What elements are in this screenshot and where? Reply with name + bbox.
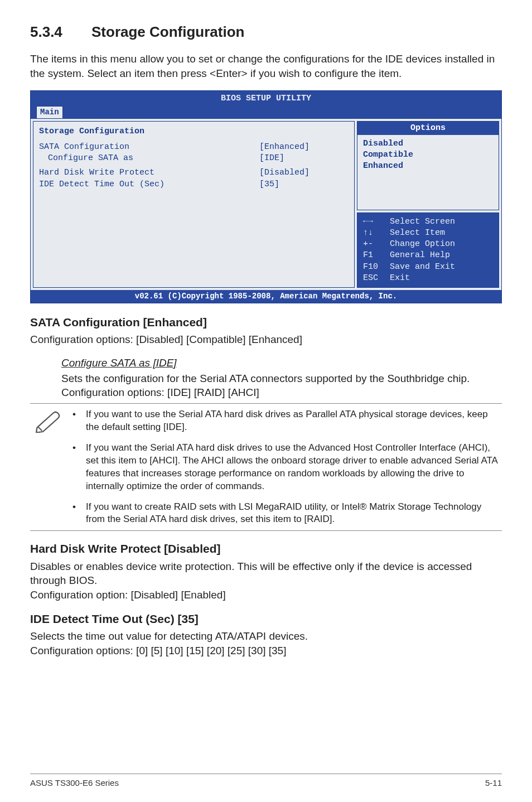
bios-screenshot: BIOS SETUP UTILITY Main Storage Configur… bbox=[30, 90, 502, 303]
intro-paragraph: The items in this menu allow you to set … bbox=[30, 52, 502, 80]
configure-sata-heading: Configure SATA as [IDE] bbox=[61, 356, 502, 370]
nav-sym: ←→ bbox=[363, 216, 390, 228]
bullet-icon: • bbox=[70, 408, 86, 434]
bullet-icon: • bbox=[70, 442, 86, 493]
bios-row[interactable]: Configure SATA as [IDE] bbox=[39, 153, 349, 164]
nav-text: Change Option bbox=[390, 239, 455, 250]
hdwp-body2: Configuration option: [Disabled] [Enable… bbox=[30, 588, 502, 602]
bios-option[interactable]: Enhanced bbox=[363, 161, 493, 172]
bios-options-box: Options Disabled Compatible Enhanced bbox=[357, 121, 499, 210]
bios-row-value: [35] bbox=[259, 179, 349, 190]
bios-row-value: [IDE] bbox=[259, 153, 349, 164]
nav-sym: ESC bbox=[363, 273, 390, 284]
note-box: • If you want to use the Serial ATA hard… bbox=[30, 403, 502, 532]
bios-row-label: SATA Configuration bbox=[39, 142, 259, 153]
nav-text: Save and Exit bbox=[390, 262, 455, 273]
bios-option[interactable]: Disabled bbox=[363, 138, 493, 149]
bios-nav-box: ←→Select Screen ↑↓Select Item +-Change O… bbox=[357, 212, 499, 288]
bios-row-label: IDE Detect Time Out (Sec) bbox=[39, 179, 259, 190]
note-text: If you want to create RAID sets with LSI… bbox=[86, 501, 502, 526]
bios-nav-row: F1General Help bbox=[363, 250, 493, 261]
pencil-note-icon bbox=[35, 410, 61, 433]
bios-tab-main[interactable]: Main bbox=[36, 106, 63, 119]
page-footer: ASUS TS300-E6 Series 5-11 bbox=[30, 774, 502, 789]
configure-sata-body: Sets the configuration for the Serial AT… bbox=[61, 371, 502, 400]
bios-nav-row: ↑↓Select Item bbox=[363, 228, 493, 239]
bios-row[interactable]: SATA Configuration [Enhanced] bbox=[39, 142, 349, 153]
section-title: Storage Configuration bbox=[91, 23, 244, 40]
bios-tab-row: Main bbox=[31, 106, 501, 118]
bios-row-label: Configure SATA as bbox=[39, 153, 259, 164]
bios-footer: v02.61 (C)Copyright 1985-2008, American … bbox=[31, 290, 501, 303]
ide-timeout-heading: IDE Detect Time Out (Sec) [35] bbox=[30, 611, 502, 627]
bullet-icon: • bbox=[70, 501, 86, 526]
bios-nav-row: +-Change Option bbox=[363, 239, 493, 250]
list-item: • If you want to use the Serial ATA hard… bbox=[70, 408, 502, 434]
bios-nav-row: ←→Select Screen bbox=[363, 216, 493, 228]
footer-left: ASUS TS300-E6 Series bbox=[30, 777, 119, 789]
note-list: • If you want to use the Serial ATA hard… bbox=[70, 408, 502, 526]
sata-config-heading: SATA Configuration [Enhanced] bbox=[30, 315, 502, 330]
footer-page-number: 5-11 bbox=[485, 777, 502, 789]
bios-row-label: Hard Disk Write Protect bbox=[39, 167, 259, 178]
nav-sym: F10 bbox=[363, 262, 390, 273]
nav-text: General Help bbox=[390, 250, 450, 261]
ide-timeout-body2: Configuration options: [0] [5] [10] [15]… bbox=[30, 644, 502, 658]
note-icon bbox=[30, 408, 70, 526]
bios-row-value: [Disabled] bbox=[259, 167, 349, 178]
note-text: If you want the Serial ATA hard disk dri… bbox=[86, 442, 502, 493]
nav-text: Exit bbox=[390, 273, 410, 284]
nav-sym: F1 bbox=[363, 250, 390, 261]
nav-text: Select Item bbox=[390, 228, 445, 239]
sata-config-body: Configuration options: [Disabled] [Compa… bbox=[30, 332, 502, 347]
section-heading: 5.3.4Storage Configuration bbox=[30, 22, 502, 42]
hdwp-heading: Hard Disk Write Protect [Disabled] bbox=[30, 541, 502, 557]
note-text: If you want to use the Serial ATA hard d… bbox=[86, 408, 502, 434]
section-number: 5.3.4 bbox=[30, 22, 91, 42]
bios-row[interactable]: Hard Disk Write Protect [Disabled] bbox=[39, 167, 349, 178]
bios-right-pane: Options Disabled Compatible Enhanced ←→S… bbox=[357, 121, 499, 288]
bios-options-label: Options bbox=[357, 122, 499, 135]
hdwp-body1: Disables or enables device write protect… bbox=[30, 559, 502, 588]
bios-left-heading: Storage Configuration bbox=[39, 126, 349, 137]
bios-title: BIOS SETUP UTILITY bbox=[31, 91, 501, 105]
nav-sym: +- bbox=[363, 239, 390, 250]
bios-option[interactable]: Compatible bbox=[363, 149, 493, 161]
bios-row-value: [Enhanced] bbox=[259, 142, 349, 153]
bios-row[interactable]: IDE Detect Time Out (Sec) [35] bbox=[39, 179, 349, 190]
list-item: • If you want to create RAID sets with L… bbox=[70, 501, 502, 526]
ide-timeout-body1: Selects the time out value for detecting… bbox=[30, 629, 502, 644]
list-item: • If you want the Serial ATA hard disk d… bbox=[70, 442, 502, 493]
bios-left-pane: Storage Configuration SATA Configuration… bbox=[33, 121, 355, 288]
bios-nav-row: ESCExit bbox=[363, 273, 493, 284]
bios-nav-row: F10Save and Exit bbox=[363, 262, 493, 273]
nav-sym: ↑↓ bbox=[363, 228, 390, 239]
nav-text: Select Screen bbox=[390, 216, 455, 228]
